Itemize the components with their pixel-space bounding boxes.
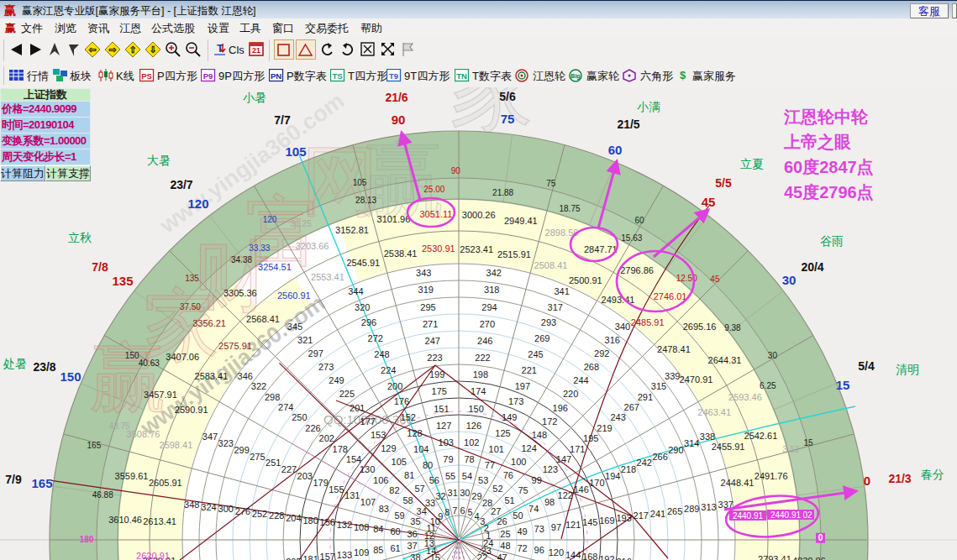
svg-text:40.63: 40.63 xyxy=(139,359,160,368)
svg-text:35: 35 xyxy=(410,516,420,526)
svg-text:3152.81: 3152.81 xyxy=(335,225,369,235)
svg-text:P9: P9 xyxy=(203,71,213,81)
svg-text:27: 27 xyxy=(491,506,501,516)
svg-text:60度2847点: 60度2847点 xyxy=(784,158,874,176)
svg-text:150: 150 xyxy=(125,351,139,360)
svg-text:24: 24 xyxy=(483,538,493,548)
svg-text:242: 242 xyxy=(637,458,652,468)
svg-text:30: 30 xyxy=(460,488,470,498)
svg-text:200: 200 xyxy=(387,381,402,391)
svg-text:171: 171 xyxy=(570,444,585,454)
svg-text:129: 129 xyxy=(381,443,396,453)
svg-text:316: 316 xyxy=(605,335,620,345)
svg-text:76: 76 xyxy=(503,470,513,480)
svg-text:81: 81 xyxy=(404,470,414,480)
svg-text:25: 25 xyxy=(500,529,510,539)
svg-text:275: 275 xyxy=(250,452,265,462)
svg-text:194: 194 xyxy=(605,471,620,481)
svg-text:TN: TN xyxy=(456,71,467,81)
svg-text:243: 243 xyxy=(610,412,625,422)
svg-text:3407.06: 3407.06 xyxy=(166,352,199,362)
svg-text:58: 58 xyxy=(402,495,413,505)
svg-text:108: 108 xyxy=(354,522,369,532)
svg-text:PN: PN xyxy=(271,71,281,81)
svg-text:34: 34 xyxy=(417,506,427,516)
svg-text:77: 77 xyxy=(485,460,495,470)
svg-text:271: 271 xyxy=(423,319,438,329)
svg-text:314: 314 xyxy=(684,438,699,448)
svg-text:75: 75 xyxy=(501,112,515,126)
svg-text:319: 319 xyxy=(418,285,434,295)
svg-text:15: 15 xyxy=(803,438,813,447)
svg-text:291: 291 xyxy=(638,392,653,402)
svg-text:169: 169 xyxy=(599,516,614,526)
svg-text:228: 228 xyxy=(269,510,284,521)
svg-text:4830.86: 4830.86 xyxy=(792,556,826,560)
svg-text:176: 176 xyxy=(394,396,409,406)
svg-text:74: 74 xyxy=(528,504,539,514)
svg-text:处暑: 处暑 xyxy=(3,357,27,370)
svg-text:269: 269 xyxy=(534,333,549,343)
svg-text:9.38: 9.38 xyxy=(724,323,741,332)
svg-text:250: 250 xyxy=(292,412,307,422)
svg-text:249: 249 xyxy=(329,375,344,385)
svg-text:347: 347 xyxy=(202,432,218,442)
svg-text:150: 150 xyxy=(60,369,81,384)
svg-text:50: 50 xyxy=(513,510,523,521)
svg-text:2568.41: 2568.41 xyxy=(246,314,280,324)
svg-text:73: 73 xyxy=(534,524,544,534)
svg-text:谷雨: 谷雨 xyxy=(820,234,844,248)
svg-text:2793.41: 2793.41 xyxy=(758,554,791,560)
svg-text:217: 217 xyxy=(634,510,649,521)
svg-text:2515.91: 2515.91 xyxy=(497,249,531,259)
svg-text:37.50: 37.50 xyxy=(180,302,201,311)
svg-text:146: 146 xyxy=(573,484,588,495)
svg-text:5/4: 5/4 xyxy=(858,359,875,373)
svg-text:165: 165 xyxy=(31,476,52,490)
svg-text:20/4: 20/4 xyxy=(801,260,823,274)
svg-text:大暑: 大暑 xyxy=(147,154,171,167)
svg-text:97: 97 xyxy=(551,522,561,532)
svg-text:126: 126 xyxy=(466,421,481,431)
svg-text:61: 61 xyxy=(390,543,400,553)
svg-text:298: 298 xyxy=(265,392,280,402)
svg-text:181: 181 xyxy=(302,554,318,560)
svg-text:2448.41: 2448.41 xyxy=(721,478,755,488)
svg-text:PS: PS xyxy=(141,71,152,81)
svg-text:75: 75 xyxy=(546,179,556,188)
svg-text:2542.61: 2542.61 xyxy=(744,431,778,441)
svg-text:193: 193 xyxy=(616,513,631,523)
svg-text:216: 216 xyxy=(616,557,631,560)
svg-text:23/7: 23/7 xyxy=(170,178,192,191)
svg-text:132: 132 xyxy=(337,520,352,530)
svg-text:18.75: 18.75 xyxy=(559,204,580,213)
svg-text:205: 205 xyxy=(286,557,301,560)
svg-text:219: 219 xyxy=(597,423,612,433)
svg-text:152: 152 xyxy=(401,412,416,422)
svg-text:180: 180 xyxy=(80,535,94,544)
svg-text:28.13: 28.13 xyxy=(355,196,376,205)
svg-text:244: 244 xyxy=(573,375,588,385)
svg-text:2538.41: 2538.41 xyxy=(384,249,418,259)
svg-text:222: 222 xyxy=(475,353,490,363)
svg-text:124: 124 xyxy=(521,443,536,453)
svg-text:小暑: 小暑 xyxy=(243,91,266,104)
svg-text:90: 90 xyxy=(392,113,406,127)
svg-text:⇧: ⇧ xyxy=(129,44,136,55)
svg-text:101: 101 xyxy=(489,444,504,454)
svg-text:2508.41: 2508.41 xyxy=(534,260,568,270)
svg-text:02: 02 xyxy=(802,510,812,520)
svg-text:32: 32 xyxy=(435,491,445,501)
svg-text:131: 131 xyxy=(344,490,360,500)
svg-text:247: 247 xyxy=(425,336,440,346)
svg-text:2491.76: 2491.76 xyxy=(755,471,788,481)
svg-text:300: 300 xyxy=(218,504,234,514)
svg-text:Big: Big xyxy=(571,73,580,80)
svg-text:0: 0 xyxy=(864,474,870,488)
svg-text:107: 107 xyxy=(360,497,376,507)
svg-text:2644.31: 2644.31 xyxy=(708,355,742,365)
svg-text:57: 57 xyxy=(414,484,424,494)
svg-text:31.25: 31.25 xyxy=(291,219,312,228)
svg-text:196: 196 xyxy=(553,403,568,413)
svg-text:23/8: 23/8 xyxy=(33,360,55,374)
